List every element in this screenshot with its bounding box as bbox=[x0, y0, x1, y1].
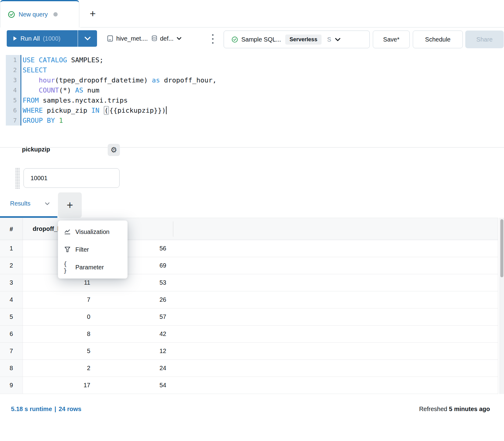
code-text[interactable]: WHERE pickup_zip IN ({{pickupzip}}) bbox=[21, 105, 167, 115]
run-row-limit: (1000) bbox=[43, 35, 60, 42]
refreshed-time: 5 minutes ago bbox=[449, 406, 490, 412]
editor-line[interactable]: 4 COUNT(*) AS num bbox=[0, 85, 504, 95]
editor-line[interactable]: 1USE CATALOG SAMPLES; bbox=[0, 55, 504, 65]
cell-num: 24 bbox=[98, 365, 173, 372]
menu-item-visualization[interactable]: Visualization bbox=[58, 223, 128, 241]
code-text[interactable]: hour(tpep_dropoff_datetime) as dropoff_h… bbox=[21, 75, 217, 85]
schedule-button[interactable]: Schedule bbox=[413, 31, 463, 48]
cell-row-number: 8 bbox=[0, 360, 23, 377]
row-count-text: 24 rows bbox=[59, 406, 81, 412]
cell-dropoff-hour: 11 bbox=[23, 279, 98, 286]
warehouse-size: S bbox=[327, 36, 331, 43]
cell-dropoff-hour: 0 bbox=[23, 313, 98, 320]
cell-dropoff-hour: 7 bbox=[23, 296, 98, 303]
database-icon bbox=[151, 35, 157, 42]
code-text[interactable]: COUNT(*) AS num bbox=[21, 85, 99, 95]
runtime-status[interactable]: 5.18 s runtime|24 rows bbox=[11, 406, 81, 413]
line-number: 3 bbox=[6, 75, 21, 85]
check-circle-icon bbox=[8, 11, 15, 18]
cell-dropoff-hour: 8 bbox=[23, 330, 98, 337]
run-all-button[interactable]: Run All (1000) bbox=[7, 30, 97, 47]
save-button[interactable]: Save* bbox=[373, 31, 410, 48]
editor-divider bbox=[0, 147, 504, 148]
cell-num: 53 bbox=[98, 279, 173, 286]
new-tab-button[interactable]: + bbox=[84, 3, 101, 24]
cell-row-number: 6 bbox=[0, 326, 23, 342]
run-options-dropdown[interactable] bbox=[78, 37, 97, 40]
line-number: 5 bbox=[6, 95, 21, 105]
cell-num: 57 bbox=[98, 313, 173, 320]
notebook-icon bbox=[107, 35, 113, 42]
menu-item-parameter[interactable]: { }Parameter bbox=[58, 258, 128, 276]
editor-line[interactable]: 2SELECT bbox=[0, 65, 504, 75]
cell-num: 26 bbox=[98, 296, 173, 303]
check-circle-icon bbox=[232, 36, 238, 43]
editor-line[interactable]: 5FROM samples.nyctaxi.trips bbox=[0, 95, 504, 105]
chevron-down-icon[interactable] bbox=[45, 202, 50, 205]
cell-row-number: 5 bbox=[0, 308, 23, 325]
menu-item-filter[interactable]: Filter bbox=[58, 241, 128, 258]
menu-item-label: Filter bbox=[75, 246, 89, 253]
cell-row-number: 4 bbox=[0, 291, 23, 308]
warehouse-selector[interactable]: Sample SQL... Serverless S bbox=[224, 31, 370, 48]
table-row[interactable]: 5057 bbox=[0, 308, 498, 326]
code-text[interactable]: USE CATALOG SAMPLES; bbox=[21, 55, 103, 65]
cell-dropoff-hour: 17 bbox=[23, 382, 98, 389]
sql-editor[interactable]: 1USE CATALOG SAMPLES;2SELECT3 hour(tpep_… bbox=[0, 55, 504, 126]
scrollbar-thumb[interactable] bbox=[500, 219, 503, 277]
column-divider bbox=[173, 221, 173, 237]
add-tab-button[interactable]: + bbox=[58, 192, 82, 218]
chevron-down-icon bbox=[85, 37, 91, 40]
code-text[interactable]: SELECT bbox=[21, 65, 47, 75]
cell-row-number: 3 bbox=[0, 274, 23, 291]
gear-icon[interactable]: ⚙ bbox=[108, 144, 120, 156]
tab-results[interactable]: Results bbox=[10, 200, 31, 207]
filter-icon bbox=[63, 246, 71, 253]
drag-handle-icon[interactable] bbox=[15, 168, 20, 189]
editor-line[interactable]: 3 hour(tpep_dropoff_datetime) as dropoff… bbox=[0, 75, 504, 85]
chevron-down-icon bbox=[335, 38, 340, 41]
tab-bar: New query + bbox=[0, 0, 504, 27]
catalog-name: hive_met.... bbox=[116, 35, 148, 42]
cell-num: 54 bbox=[98, 382, 173, 389]
catalog-schema-selector[interactable]: hive_met.... def... bbox=[107, 31, 182, 46]
tabbar-underline bbox=[80, 27, 504, 27]
code-text[interactable]: GROUP BY 1 bbox=[21, 115, 63, 126]
visualization-icon bbox=[63, 228, 71, 235]
parameter-icon: { } bbox=[63, 261, 71, 274]
line-number: 7 bbox=[6, 115, 21, 126]
line-number: 2 bbox=[6, 65, 21, 75]
cell-row-number: 2 bbox=[0, 257, 23, 274]
table-row[interactable]: 8224 bbox=[0, 360, 498, 377]
unsaved-dot-icon bbox=[53, 12, 58, 16]
line-number: 6 bbox=[6, 105, 21, 115]
cell-num: 42 bbox=[98, 330, 173, 337]
table-row[interactable]: 7512 bbox=[0, 343, 498, 360]
tab-new-query[interactable]: New query bbox=[0, 0, 79, 27]
cell-num: 12 bbox=[98, 348, 173, 355]
cell-row-number: 7 bbox=[0, 343, 23, 359]
menu-item-label: Visualization bbox=[75, 228, 110, 235]
editor-line[interactable]: 7GROUP BY 1 bbox=[0, 115, 504, 126]
sql-editor-screen: New query + Run All (1000) hive_met.... … bbox=[0, 0, 504, 441]
table-row[interactable]: 6842 bbox=[0, 326, 498, 343]
kebab-menu-icon[interactable] bbox=[209, 32, 216, 46]
run-all-main[interactable]: Run All (1000) bbox=[7, 35, 77, 42]
table-row[interactable]: 4726 bbox=[0, 291, 498, 308]
header-row-number[interactable]: # bbox=[0, 218, 23, 240]
cell-row-number: 9 bbox=[0, 377, 23, 394]
run-all-label: Run All bbox=[20, 35, 40, 42]
refreshed-prefix: Refreshed bbox=[419, 406, 447, 412]
text-cursor bbox=[166, 106, 167, 114]
refreshed-status: Refreshed 5 minutes ago bbox=[419, 406, 490, 413]
table-row[interactable]: 91754 bbox=[0, 377, 498, 394]
chevron-down-icon bbox=[177, 37, 182, 40]
cell-row-number: 1 bbox=[0, 240, 23, 257]
play-icon bbox=[13, 36, 17, 41]
code-text[interactable]: FROM samples.nyctaxi.trips bbox=[21, 95, 128, 105]
editor-line[interactable]: 6WHERE pickup_zip IN ({{pickupzip}}) bbox=[0, 105, 504, 115]
parameter-value-input[interactable] bbox=[23, 168, 120, 188]
serverless-badge: Serverless bbox=[285, 35, 322, 45]
footer-separator: | bbox=[52, 406, 59, 412]
menu-item-label: Parameter bbox=[75, 264, 104, 271]
